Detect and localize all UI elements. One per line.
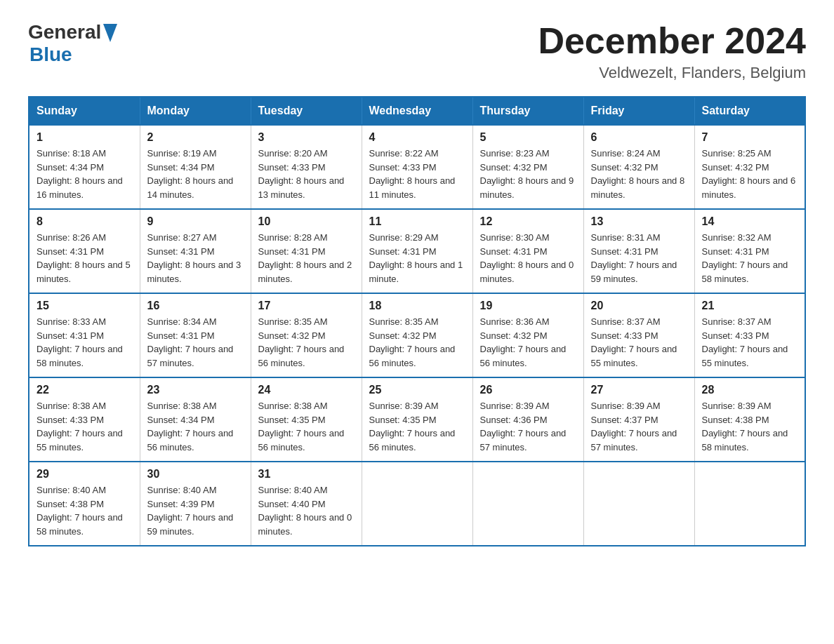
column-header-saturday: Saturday	[694, 97, 805, 125]
calendar-cell: 10 Sunrise: 8:28 AMSunset: 4:31 PMDaylig…	[251, 209, 362, 293]
calendar-cell: 8 Sunrise: 8:26 AMSunset: 4:31 PMDayligh…	[29, 209, 140, 293]
day-number: 17	[258, 300, 355, 312]
column-header-monday: Monday	[140, 97, 251, 125]
day-info: Sunrise: 8:25 AMSunset: 4:32 PMDaylight:…	[702, 148, 796, 200]
day-number: 9	[147, 215, 244, 228]
day-number: 18	[369, 300, 465, 312]
calendar-week-row: 15 Sunrise: 8:33 AMSunset: 4:31 PMDaylig…	[29, 293, 805, 377]
calendar-week-row: 29 Sunrise: 8:40 AMSunset: 4:38 PMDaylig…	[29, 462, 805, 546]
calendar-cell: 28 Sunrise: 8:39 AMSunset: 4:38 PMDaylig…	[694, 377, 805, 462]
day-number: 29	[37, 468, 133, 481]
calendar-cell: 24 Sunrise: 8:38 AMSunset: 4:35 PMDaylig…	[251, 377, 362, 462]
day-info: Sunrise: 8:34 AMSunset: 4:31 PMDaylight:…	[147, 316, 234, 368]
day-info: Sunrise: 8:23 AMSunset: 4:32 PMDaylight:…	[480, 148, 574, 200]
day-number: 19	[480, 300, 576, 312]
day-info: Sunrise: 8:38 AMSunset: 4:34 PMDaylight:…	[147, 401, 234, 452]
day-number: 8	[37, 215, 133, 228]
logo-general-text: General	[28, 21, 101, 43]
calendar-cell	[694, 462, 805, 546]
calendar-cell: 26 Sunrise: 8:39 AMSunset: 4:36 PMDaylig…	[472, 377, 583, 462]
month-title: December 2024	[538, 21, 806, 61]
day-number: 16	[147, 300, 244, 312]
day-info: Sunrise: 8:37 AMSunset: 4:33 PMDaylight:…	[702, 316, 788, 368]
day-number: 6	[591, 131, 687, 144]
day-number: 1	[37, 131, 133, 144]
day-info: Sunrise: 8:40 AMSunset: 4:39 PMDaylight:…	[147, 485, 234, 537]
calendar-cell: 17 Sunrise: 8:35 AMSunset: 4:32 PMDaylig…	[251, 293, 362, 377]
day-info: Sunrise: 8:38 AMSunset: 4:35 PMDaylight:…	[258, 401, 345, 452]
logo-triangle-icon	[103, 24, 117, 42]
day-number: 2	[147, 131, 244, 144]
day-number: 24	[258, 384, 355, 396]
calendar-cell: 25 Sunrise: 8:39 AMSunset: 4:35 PMDaylig…	[362, 377, 472, 462]
day-info: Sunrise: 8:24 AMSunset: 4:32 PMDaylight:…	[591, 148, 685, 200]
day-number: 11	[369, 215, 465, 228]
day-info: Sunrise: 8:18 AMSunset: 4:34 PMDaylight:…	[37, 148, 123, 200]
location-title: Veldwezelt, Flanders, Belgium	[538, 64, 806, 82]
calendar-cell: 14 Sunrise: 8:32 AMSunset: 4:31 PMDaylig…	[694, 209, 805, 293]
day-number: 22	[37, 384, 133, 396]
calendar-cell	[362, 462, 472, 546]
day-info: Sunrise: 8:33 AMSunset: 4:31 PMDaylight:…	[37, 316, 123, 368]
day-number: 10	[258, 215, 355, 228]
calendar-cell: 29 Sunrise: 8:40 AMSunset: 4:38 PMDaylig…	[29, 462, 140, 546]
day-info: Sunrise: 8:27 AMSunset: 4:31 PMDaylight:…	[147, 232, 241, 284]
day-number: 3	[258, 131, 355, 144]
day-number: 15	[37, 300, 133, 312]
day-number: 7	[702, 131, 798, 144]
day-number: 28	[702, 384, 798, 396]
day-info: Sunrise: 8:20 AMSunset: 4:33 PMDaylight:…	[258, 148, 345, 200]
day-info: Sunrise: 8:32 AMSunset: 4:31 PMDaylight:…	[702, 232, 788, 284]
calendar-cell	[583, 462, 694, 546]
day-info: Sunrise: 8:35 AMSunset: 4:32 PMDaylight:…	[258, 316, 345, 368]
column-header-thursday: Thursday	[472, 97, 583, 125]
calendar-cell: 2 Sunrise: 8:19 AMSunset: 4:34 PMDayligh…	[140, 125, 251, 209]
day-number: 13	[591, 215, 687, 228]
day-number: 12	[480, 215, 576, 228]
day-number: 26	[480, 384, 576, 396]
day-info: Sunrise: 8:37 AMSunset: 4:33 PMDaylight:…	[591, 316, 677, 368]
calendar-cell: 31 Sunrise: 8:40 AMSunset: 4:40 PMDaylig…	[251, 462, 362, 546]
calendar-cell: 6 Sunrise: 8:24 AMSunset: 4:32 PMDayligh…	[583, 125, 694, 209]
column-header-wednesday: Wednesday	[362, 97, 472, 125]
day-number: 27	[591, 384, 687, 396]
day-info: Sunrise: 8:31 AMSunset: 4:31 PMDaylight:…	[591, 232, 677, 284]
calendar-cell: 12 Sunrise: 8:30 AMSunset: 4:31 PMDaylig…	[472, 209, 583, 293]
calendar-cell: 22 Sunrise: 8:38 AMSunset: 4:33 PMDaylig…	[29, 377, 140, 462]
calendar-cell: 13 Sunrise: 8:31 AMSunset: 4:31 PMDaylig…	[583, 209, 694, 293]
day-info: Sunrise: 8:39 AMSunset: 4:38 PMDaylight:…	[702, 401, 788, 452]
day-info: Sunrise: 8:36 AMSunset: 4:32 PMDaylight:…	[480, 316, 567, 368]
day-info: Sunrise: 8:29 AMSunset: 4:31 PMDaylight:…	[369, 232, 463, 284]
day-info: Sunrise: 8:40 AMSunset: 4:38 PMDaylight:…	[37, 485, 123, 537]
calendar-cell: 5 Sunrise: 8:23 AMSunset: 4:32 PMDayligh…	[472, 125, 583, 209]
day-number: 21	[702, 300, 798, 312]
calendar-cell: 16 Sunrise: 8:34 AMSunset: 4:31 PMDaylig…	[140, 293, 251, 377]
day-number: 14	[702, 215, 798, 228]
calendar-cell: 20 Sunrise: 8:37 AMSunset: 4:33 PMDaylig…	[583, 293, 694, 377]
day-number: 20	[591, 300, 687, 312]
calendar-cell: 1 Sunrise: 8:18 AMSunset: 4:34 PMDayligh…	[29, 125, 140, 209]
svg-marker-0	[103, 24, 117, 42]
logo: General Blue	[28, 21, 117, 66]
calendar-week-row: 8 Sunrise: 8:26 AMSunset: 4:31 PMDayligh…	[29, 209, 805, 293]
day-info: Sunrise: 8:39 AMSunset: 4:37 PMDaylight:…	[591, 401, 677, 452]
day-number: 31	[258, 468, 355, 481]
calendar-cell: 4 Sunrise: 8:22 AMSunset: 4:33 PMDayligh…	[362, 125, 472, 209]
column-header-friday: Friday	[583, 97, 694, 125]
day-info: Sunrise: 8:28 AMSunset: 4:31 PMDaylight:…	[258, 232, 352, 284]
calendar-cell: 27 Sunrise: 8:39 AMSunset: 4:37 PMDaylig…	[583, 377, 694, 462]
calendar-header-row: SundayMondayTuesdayWednesdayThursdayFrid…	[29, 97, 805, 125]
day-info: Sunrise: 8:19 AMSunset: 4:34 PMDaylight:…	[147, 148, 234, 200]
day-info: Sunrise: 8:30 AMSunset: 4:31 PMDaylight:…	[480, 232, 574, 284]
logo-blue-text: Blue	[28, 43, 117, 66]
calendar-cell	[472, 462, 583, 546]
column-header-tuesday: Tuesday	[251, 97, 362, 125]
column-header-sunday: Sunday	[29, 97, 140, 125]
calendar-cell: 23 Sunrise: 8:38 AMSunset: 4:34 PMDaylig…	[140, 377, 251, 462]
calendar-cell: 30 Sunrise: 8:40 AMSunset: 4:39 PMDaylig…	[140, 462, 251, 546]
day-info: Sunrise: 8:38 AMSunset: 4:33 PMDaylight:…	[37, 401, 123, 452]
day-number: 5	[480, 131, 576, 144]
day-info: Sunrise: 8:22 AMSunset: 4:33 PMDaylight:…	[369, 148, 456, 200]
day-info: Sunrise: 8:26 AMSunset: 4:31 PMDaylight:…	[37, 232, 131, 284]
title-section: December 2024 Veldwezelt, Flanders, Belg…	[538, 21, 806, 82]
